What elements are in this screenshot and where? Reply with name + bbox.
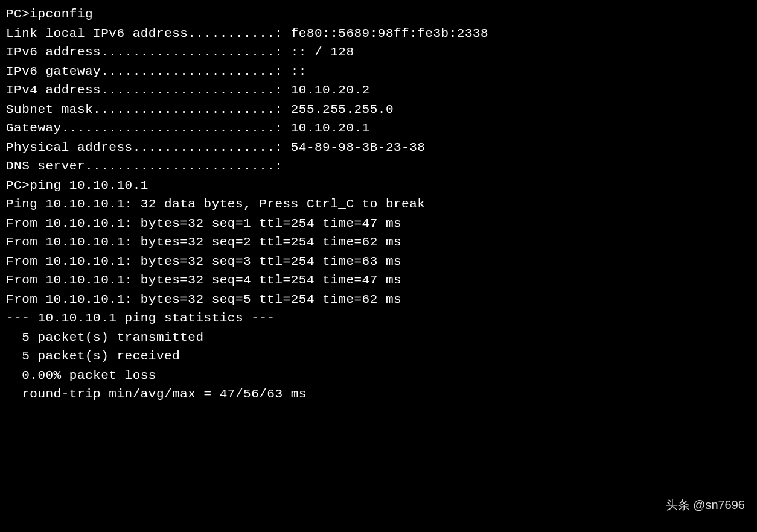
ipconfig-link-local-ipv6: Link local IPv6 address...........: fe80… (6, 24, 751, 43)
ipconfig-ipv4-address: IPv4 address......................: 10.1… (6, 81, 751, 100)
ipconfig-dns-server: DNS server........................: (6, 157, 751, 176)
prompt-line: PC>ipconfig (6, 5, 751, 24)
ping-reply: From 10.10.10.1: bytes=32 seq=4 ttl=254 … (6, 271, 751, 290)
ipconfig-subnet-mask: Subnet mask.......................: 255.… (6, 100, 751, 119)
prompt-line: PC>ping 10.10.10.1 (6, 176, 751, 195)
terminal-output[interactable]: PC>ipconfig Link local IPv6 address.....… (6, 5, 751, 404)
ping-reply: From 10.10.10.1: bytes=32 seq=5 ttl=254 … (6, 290, 751, 309)
ipconfig-ipv6-gateway: IPv6 gateway......................: :: (6, 62, 751, 81)
ping-stats-transmitted: 5 packet(s) transmitted (6, 328, 751, 347)
ping-stats-rtt: round-trip min/avg/max = 47/56/63 ms (6, 385, 751, 404)
ping-header: Ping 10.10.10.1: 32 data bytes, Press Ct… (6, 195, 751, 214)
ipconfig-gateway: Gateway...........................: 10.1… (6, 119, 751, 138)
ping-stats-received: 5 packet(s) received (6, 347, 751, 366)
ping-reply: From 10.10.10.1: bytes=32 seq=3 ttl=254 … (6, 252, 751, 271)
ipconfig-ipv6-address: IPv6 address......................: :: /… (6, 43, 751, 62)
watermark-text: 头条 @sn7696 (666, 496, 745, 514)
ping-reply: From 10.10.10.1: bytes=32 seq=2 ttl=254 … (6, 233, 751, 252)
ping-reply: From 10.10.10.1: bytes=32 seq=1 ttl=254 … (6, 214, 751, 233)
ping-stats-header: --- 10.10.10.1 ping statistics --- (6, 309, 751, 328)
ipconfig-physical-address: Physical address..................: 54-8… (6, 138, 751, 157)
ping-stats-loss: 0.00% packet loss (6, 366, 751, 385)
